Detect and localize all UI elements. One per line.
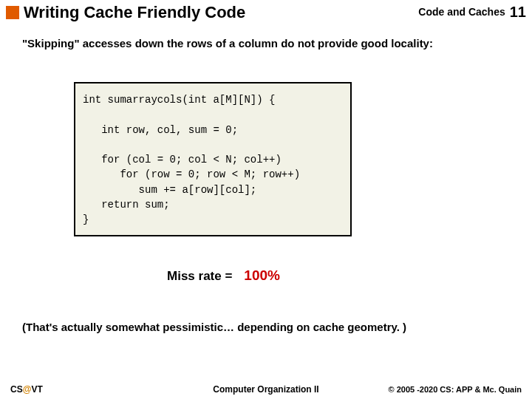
- accent-square-icon: [6, 6, 19, 19]
- topic-label: Code and Caches: [418, 6, 505, 18]
- footer-center: Computer Organization II: [213, 384, 318, 395]
- footer-right: © 2005 -2020 CS: APP & Mc. Quain: [388, 385, 522, 394]
- miss-rate-row: Miss rate = 100%: [167, 267, 510, 284]
- miss-rate-label: Miss rate =: [167, 269, 232, 284]
- miss-rate-value: 100%: [244, 267, 280, 284]
- footer-at: @: [23, 384, 32, 395]
- slide-title: Writing Cache Friendly Code: [24, 3, 245, 22]
- lead-text: "Skipping" accesses down the rows of a c…: [22, 37, 510, 50]
- title-block: Writing Cache Friendly Code: [6, 3, 418, 22]
- code-block: int sumarraycols(int a[M][N]) { int row,…: [74, 82, 352, 236]
- slide-footer: CS@VT Computer Organization II © 2005 -2…: [0, 384, 532, 395]
- page-number: 11: [510, 4, 526, 21]
- slide-body: "Skipping" accesses down the rows of a c…: [0, 27, 532, 333]
- footer-cs: CS: [10, 384, 23, 395]
- note-text: (That's actually somewhat pessimistic… d…: [22, 321, 510, 333]
- footer-left: CS@VT: [10, 384, 43, 395]
- slide-header: Writing Cache Friendly Code Code and Cac…: [0, 0, 532, 27]
- footer-vt: VT: [31, 384, 42, 395]
